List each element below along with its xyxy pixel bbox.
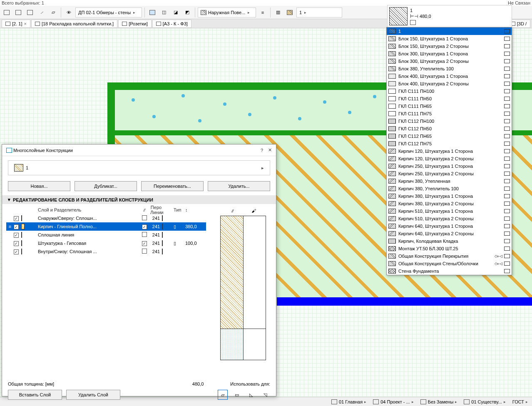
checkbox[interactable] [14,241,19,246]
hatch-icon [388,141,396,146]
composite-option[interactable]: ГКЛ С111 ПН50 [387,95,512,102]
checkbox[interactable] [142,241,147,246]
tool-wall-icon[interactable] [2,7,12,17]
line-swatch[interactable] [162,232,163,238]
composite-option[interactable]: Блок 300, Штукатурка 1 Сторона [387,50,512,57]
composite-option[interactable]: Кирпич 510, Штукатурка 1 Сторона [387,207,512,215]
composite-dropdown[interactable]: 1 [296,7,342,17]
tab-view[interactable]: [18 Раскладка напольной плитки.] [31,20,117,28]
composite-option[interactable]: ГКЛ С111 ПН75 [387,110,512,117]
composite-option[interactable]: Кирпич 120, Штукатурка 1 Сторона [387,147,512,155]
layer-row[interactable]: Штукатурка - Гипсовая241▯100,0 [6,239,206,247]
remove-layer-button[interactable]: Удалить Слой [66,390,120,400]
line-swatch[interactable] [162,215,163,221]
eye-icon[interactable]: 👁 [64,7,74,17]
3d-icon[interactable]: ◪ [171,7,181,17]
status-item[interactable]: 04 Проект - ... [371,399,415,404]
composite-option[interactable]: ГКЛ С112 ПН50 [387,125,512,132]
composite-option[interactable]: Блок 300, Штукатурка 2 Стороны [387,57,512,65]
tool-icon[interactable] [25,7,35,17]
align-icon[interactable]: ≡ [258,7,268,17]
composite-option[interactable]: 1 [387,27,512,35]
composite-option[interactable]: Блок 150, Штукатурка 2 Стороны [387,42,512,50]
help-button[interactable]: ? [261,148,263,153]
layer-row[interactable]: Снаружи/Сверху: Сплошн...241 [6,214,206,222]
composite-list-dropdown[interactable]: 1Блок 150, Штукатурка 1 СторонаБлок 150,… [386,27,512,275]
composite-option[interactable]: Блок 400, Штукатурка 1 Сторона [387,72,512,80]
composite-option[interactable]: ГКЛ С111 ПН65 [387,102,512,110]
3d-icon[interactable]: ◩ [182,7,192,17]
checkbox[interactable] [14,233,19,238]
status-item[interactable]: 01 Главная [330,399,368,404]
line-swatch[interactable] [162,240,163,246]
3d-icon[interactable]: ◫ [159,7,169,17]
composite-option[interactable]: ГКЛ С112 ПН65 [387,132,512,140]
composite-option[interactable]: Кирпич 380, Утепленная [387,177,512,185]
composite-option[interactable]: Кирпич 640, Штукатурка 1 Сторона [387,222,512,230]
composite-option[interactable]: ГКЛ С111 ПН100 [387,87,512,95]
tab-view[interactable]: [А3 - К - Ф3] [152,20,191,28]
surface-dropdown[interactable]: Наружная Пове... [198,7,256,17]
checkbox[interactable] [14,216,19,221]
composite-option[interactable]: Монтаж УТ.50 БЛ.300 ШТ.25 [387,245,512,252]
composite-option[interactable]: Кирпич, Колодцевая Кладка [387,237,512,245]
checkbox[interactable] [142,249,147,254]
composite-option[interactable]: Стена Фундамента [387,267,512,275]
composite-option[interactable]: Кирпич 380, Утеплитель 100 [387,185,512,192]
composite-option[interactable]: ГКЛ С112 ПН100 [387,117,512,125]
checkbox[interactable] [142,215,147,220]
duplicate-button[interactable]: Дубликат... [75,181,137,191]
line-swatch[interactable] [162,224,163,229]
insert-layer-button[interactable]: Вставить Слой [8,390,62,400]
composite-option[interactable]: Кирпич 250, Штукатурка 1 Сторона [387,162,512,170]
struct-icon[interactable]: ▥ [273,7,283,17]
close-icon[interactable]: × [24,21,26,26]
tool-icon[interactable] [13,7,23,17]
flag-icon [504,209,510,213]
status-item[interactable]: ГОСТ [511,399,530,404]
rename-button[interactable]: Переименовать... [141,181,204,191]
flag-icon [504,157,510,161]
fill-icon[interactable] [285,7,295,17]
composite-option[interactable]: Блок 380, Утеплитель 100 [387,65,512,72]
composite-option[interactable]: Блок 400, Штукатурка 2 Стороны [387,80,512,87]
composite-option[interactable]: Кирпич 250, Штукатурка 2 Стороны [387,170,512,177]
composite-option[interactable]: Общая Конструкция Стены/Оболочки◇▹◁ [387,260,512,267]
composite-option[interactable]: Блок 150, Штукатурка 1 Сторона [387,35,512,42]
composite-option[interactable]: Кирпич 380, Штукатурка 1 Сторона [387,192,512,200]
checkbox[interactable] [14,224,19,229]
composite-option[interactable]: Кирпич 640, Штукатурка 2 Стороны [387,230,512,237]
close-button[interactable]: ✕ [268,147,272,153]
checkbox[interactable] [142,232,147,237]
layer-row[interactable]: ≡?Кирпич - Глиняный Полно...241▯380,0 [6,222,206,231]
layer-row[interactable]: Сплошная линия241 [6,231,206,239]
tool-rect-icon[interactable]: ▱ [48,7,58,17]
status-item[interactable]: 01 Существу... [462,399,507,404]
line-swatch[interactable] [162,249,163,254]
composite-swatch[interactable]: 1 ⊢⊣ 480,0 [387,5,512,27]
shell-usage-icon[interactable]: ◹ [260,390,270,400]
checkbox[interactable] [142,224,147,229]
checkbox[interactable] [14,249,19,254]
composite-option[interactable]: Кирпич 120, Штукатурка 2 Стороны [387,155,512,162]
new-button[interactable]: Новая... [8,181,70,191]
composite-option[interactable]: Общая Конструкция Перекрытия◇▹◁ [387,252,512,260]
roof-usage-icon[interactable]: ◺ [246,390,256,400]
composite-option[interactable]: ГКЛ С112 ПН75 [387,140,512,147]
composite-selector[interactable]: 1 ▸ [8,160,270,175]
slab-usage-icon[interactable]: ▭ [232,390,242,400]
wall-usage-icon[interactable]: ▱ [218,390,228,400]
hatch-icon [388,261,396,266]
layer-row[interactable]: Внутри/Снизу: Сплошная ...241 [6,247,206,256]
composite-option[interactable]: Кирпич 510, Штукатурка 2 Стороны [387,215,512,222]
tool-brush-icon[interactable]: ⟋ [37,7,47,17]
layer-dropdown[interactable]: ДП 02-1 Обмеры - стены [75,7,142,17]
wall-geom-icon[interactable] [147,7,157,17]
tab-view[interactable]: [2. 1]× [2,20,30,28]
composite-option[interactable]: Кирпич 380, Штукатурка 2 Стороны [387,200,512,207]
collapse-icon[interactable]: ▾ [8,197,10,202]
hatch-icon [388,74,396,79]
tab-view[interactable]: [Розетки] [118,20,152,28]
delete-button[interactable]: Удалить... [208,181,270,191]
status-item[interactable]: Без Замены [419,399,459,404]
